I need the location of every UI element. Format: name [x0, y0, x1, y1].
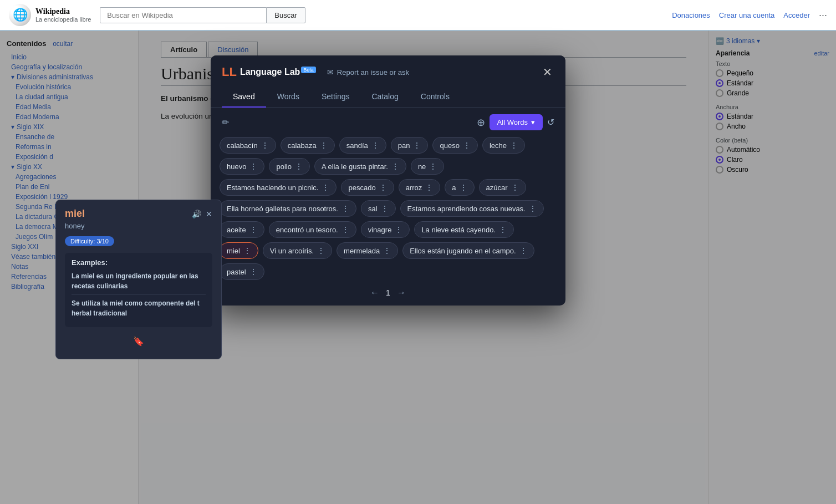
examples-title: Examples: [72, 258, 206, 267]
modal-close-button[interactable]: ✕ [541, 64, 554, 80]
all-words-button[interactable]: All Words ▾ [490, 114, 543, 130]
word-chip-1[interactable]: calabaza⋮ [281, 137, 335, 154]
word-chip-11[interactable]: pescado⋮ [341, 179, 394, 196]
chip-menu-dots[interactable]: ⋮ [511, 183, 519, 192]
chip-menu-dots[interactable]: ⋮ [295, 162, 303, 171]
chip-menu-dots[interactable]: ⋮ [317, 246, 325, 255]
word-chip-20[interactable]: vinagre⋮ [361, 221, 410, 238]
login-link[interactable]: Acceder [783, 11, 810, 19]
chip-menu-dots[interactable]: ⋮ [413, 141, 421, 150]
add-button[interactable]: ⊕ [477, 116, 485, 129]
refresh-icon[interactable]: ↺ [547, 117, 554, 128]
word-chip-26[interactable]: pastel⋮ [220, 263, 264, 280]
word-chip-12[interactable]: arroz⋮ [399, 179, 441, 196]
modal-tabs: Saved Words Settings Catalog Controls [211, 86, 565, 108]
word-chip-0[interactable]: calabacín⋮ [220, 137, 276, 154]
chip-menu-dots[interactable]: ⋮ [341, 204, 349, 213]
create-account-link[interactable]: Crear una cuenta [719, 11, 774, 19]
top-navigation: 🌐 Wikipedia La enciclopedia libre Buscar… [0, 0, 836, 30]
word-text: huevo [227, 162, 246, 171]
word-chip-4[interactable]: queso⋮ [432, 137, 477, 154]
word-chip-15[interactable]: Ella horneó galletas para nosotros.⋮ [220, 200, 356, 217]
ll-beta-badge: Beta [301, 67, 316, 73]
word-text: mermelada [344, 247, 380, 255]
word-chip-23[interactable]: Vi un arcoíris.⋮ [263, 242, 332, 259]
word-chip-24[interactable]: mermelada⋮ [337, 242, 398, 259]
more-options-icon[interactable]: ··· [819, 9, 827, 21]
word-chip-21[interactable]: La nieve está cayendo.⋮ [414, 221, 514, 238]
word-chip-17[interactable]: Estamos aprendiendo cosas nuevas.⋮ [400, 200, 544, 217]
chip-menu-dots[interactable]: ⋮ [320, 141, 328, 150]
edit-icon[interactable]: ✏ [222, 117, 229, 128]
bookmark-icon[interactable]: 🔖 [65, 332, 212, 351]
chip-menu-dots[interactable]: ⋮ [341, 225, 349, 234]
chip-menu-dots[interactable]: ⋮ [510, 141, 518, 150]
chip-menu-dots[interactable]: ⋮ [395, 225, 402, 234]
word-text: pastel [227, 268, 246, 276]
chip-menu-dots[interactable]: ⋮ [371, 141, 379, 150]
wiki-title: Wikipedia [35, 7, 91, 16]
word-chip-3[interactable]: pan⋮ [391, 137, 429, 154]
chip-menu-dots[interactable]: ⋮ [322, 183, 329, 192]
chip-menu-dots[interactable]: ⋮ [391, 162, 399, 171]
prev-page-button[interactable]: ← [370, 288, 379, 298]
chip-menu-dots[interactable]: ⋮ [519, 246, 527, 255]
tab-settings[interactable]: Settings [310, 86, 361, 108]
modal-header: LL Language Lab Beta ✉ Report an issue o… [211, 55, 565, 80]
word-chip-2[interactable]: sandía⋮ [339, 137, 386, 154]
chip-menu-dots[interactable]: ⋮ [379, 183, 387, 192]
chip-menu-dots[interactable]: ⋮ [383, 246, 391, 255]
chip-menu-dots[interactable]: ⋮ [261, 141, 269, 150]
topnav-right: Donaciones Crear una cuenta Acceder [672, 11, 810, 19]
word-chip-5[interactable]: leche⋮ [482, 137, 525, 154]
chip-menu-dots[interactable]: ⋮ [249, 162, 257, 171]
tab-saved[interactable]: Saved [222, 86, 266, 108]
word-text: encontró un tesoro. [276, 226, 338, 234]
word-chip-9[interactable]: ne⋮ [411, 158, 444, 175]
tab-words[interactable]: Words [266, 86, 310, 108]
ll-report-link[interactable]: ✉ Report an issue or ask [327, 68, 409, 77]
chip-menu-dots[interactable]: ⋮ [429, 162, 437, 171]
word-text: arroz [406, 184, 422, 192]
word-chip-19[interactable]: encontró un tesoro.⋮ [269, 221, 356, 238]
word-text: sal [368, 205, 378, 213]
search-input[interactable] [100, 7, 266, 23]
word-chip-6[interactable]: huevo⋮ [220, 158, 264, 175]
word-text: pollo [276, 162, 291, 171]
chip-menu-dots[interactable]: ⋮ [463, 141, 471, 150]
search-button[interactable]: Buscar [266, 7, 305, 23]
word-chip-22[interactable]: miel⋮ [220, 242, 258, 259]
chip-menu-dots[interactable]: ⋮ [243, 246, 251, 255]
wiki-logo: 🌐 Wikipedia La enciclopedia libre [9, 4, 91, 26]
donations-link[interactable]: Donaciones [672, 11, 710, 19]
word-chip-25[interactable]: Ellos están jugando en el campo.⋮ [402, 242, 534, 259]
wiki-subtitle: La enciclopedia libre [35, 16, 91, 23]
word-chip-13[interactable]: a⋮ [445, 179, 474, 196]
tooltip-difficulty: Difficulty: 3/10 [65, 236, 114, 246]
chip-menu-dots[interactable]: ⋮ [499, 225, 507, 234]
tab-controls[interactable]: Controls [410, 86, 461, 108]
tooltip-examples: Examples: La miel es un ingrediente popu… [65, 253, 212, 327]
word-chip-8[interactable]: A ella le gusta pintar.⋮ [314, 158, 406, 175]
word-chip-10[interactable]: Estamos haciendo un picnic.⋮ [220, 179, 337, 196]
word-chip-16[interactable]: sal⋮ [361, 200, 396, 217]
next-page-button[interactable]: → [397, 288, 406, 298]
ll-logo-icon: LL [222, 65, 237, 79]
word-text: azúcar [486, 184, 508, 192]
chip-menu-dots[interactable]: ⋮ [529, 204, 537, 213]
all-words-label: All Words [497, 118, 528, 126]
sound-icon[interactable]: 🔊 [192, 210, 201, 218]
report-text: Report an issue or ask [337, 68, 409, 77]
word-text: Estamos aprendiendo cosas nuevas. [407, 205, 526, 213]
word-chip-18[interactable]: aceite⋮ [220, 221, 264, 238]
tooltip-close-button[interactable]: ✕ [206, 210, 212, 218]
word-chip-14[interactable]: azúcar⋮ [479, 179, 526, 196]
chip-menu-dots[interactable]: ⋮ [249, 225, 257, 234]
chip-menu-dots[interactable]: ⋮ [460, 183, 467, 192]
chip-menu-dots[interactable]: ⋮ [381, 204, 389, 213]
word-chip-7[interactable]: pollo⋮ [269, 158, 309, 175]
chip-menu-dots[interactable]: ⋮ [249, 267, 257, 276]
tab-catalog[interactable]: Catalog [361, 86, 410, 108]
ll-logo: LL Language Lab Beta [222, 65, 316, 79]
chip-menu-dots[interactable]: ⋮ [425, 183, 433, 192]
